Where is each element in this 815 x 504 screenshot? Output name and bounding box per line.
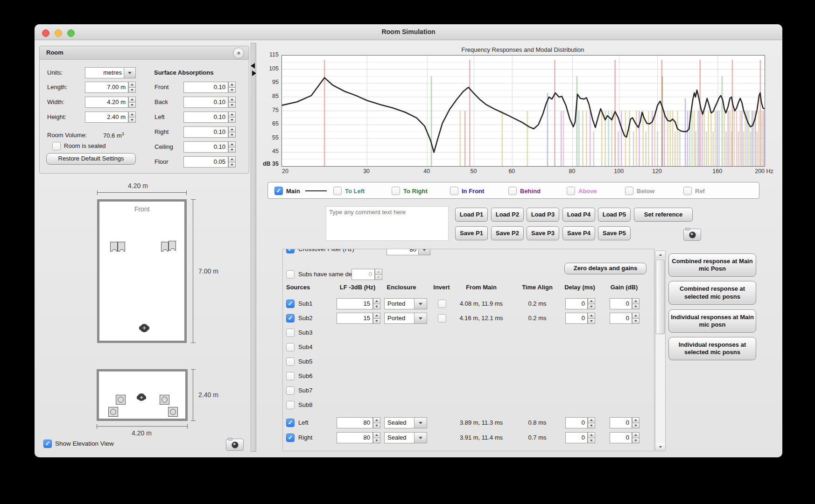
surface-front-stepper[interactable] xyxy=(228,82,236,93)
individual-responses-selected-button[interactable]: Individual responses at selected mic pos… xyxy=(668,337,756,360)
left-gain-field[interactable]: 0 xyxy=(610,417,632,428)
same-delay-checkbox[interactable] xyxy=(286,270,295,279)
left-enclosure-dropdown[interactable]: Sealed xyxy=(384,417,415,428)
load-p5-button[interactable]: Load P5 xyxy=(598,208,631,222)
set-reference-button[interactable]: Set reference xyxy=(634,208,693,222)
surface-floor-field[interactable]: 0.05 xyxy=(183,156,228,168)
right-checkbox[interactable] xyxy=(286,434,295,442)
units-dropdown-button[interactable] xyxy=(124,67,136,78)
comment-input[interactable] xyxy=(326,206,449,241)
right-delay-field[interactable]: 0 xyxy=(565,432,588,443)
restore-defaults-button[interactable]: Restore Default Settings xyxy=(46,153,136,165)
sub-config-scroll-panel[interactable]: Crossover Filter (Hz) 80 Subs have same … xyxy=(282,249,654,451)
load-p3-button[interactable]: Load P3 xyxy=(527,208,559,222)
chart-plot-area[interactable] xyxy=(282,56,765,166)
sub1-lf-field[interactable]: 15 xyxy=(337,298,373,309)
length-stepper[interactable] xyxy=(128,82,136,93)
save-p3-button[interactable]: Save P3 xyxy=(527,226,559,240)
sub1-gain-stepper[interactable] xyxy=(632,298,639,309)
sub1-checkbox[interactable] xyxy=(286,300,295,308)
surface-back-field[interactable]: 0.10 xyxy=(183,97,228,108)
legend-checkbox-to-left[interactable] xyxy=(333,187,342,195)
elevation-right-speaker-icon[interactable] xyxy=(160,395,169,405)
sub1-gain-field[interactable]: 0 xyxy=(610,298,632,309)
load-p4-button[interactable]: Load P4 xyxy=(562,208,595,222)
sub1-enclosure-dropdown[interactable]: Ported xyxy=(384,298,415,309)
save-p5-button[interactable]: Save P5 xyxy=(598,226,631,240)
combined-response-main-button[interactable]: Combined response at Main mic Posn xyxy=(668,253,756,277)
sub-panel-scrollbar[interactable] xyxy=(655,251,666,451)
right-enclosure-dropdown-button[interactable] xyxy=(414,432,427,443)
load-p1-button[interactable]: Load P1 xyxy=(455,208,488,222)
chart-camera-capture-icon[interactable] xyxy=(683,229,701,241)
right-lf-field[interactable]: 80 xyxy=(337,432,373,443)
scrollbar-down-arrow[interactable] xyxy=(655,443,665,451)
surface-ceiling-stepper[interactable] xyxy=(228,141,236,153)
sub2-invert-checkbox[interactable] xyxy=(438,314,446,322)
save-p2-button[interactable]: Save P2 xyxy=(491,226,524,240)
sub2-lf-field[interactable]: 15 xyxy=(337,313,373,324)
crossover-filter-checkbox[interactable] xyxy=(286,249,295,253)
sub2-delay-field[interactable]: 0 xyxy=(565,313,588,324)
right-delay-stepper[interactable] xyxy=(588,432,595,443)
legend-checkbox-behind[interactable] xyxy=(508,187,517,195)
zero-delays-gains-button[interactable]: Zero delays and gains xyxy=(564,263,646,274)
surface-back-stepper[interactable] xyxy=(228,97,236,108)
crossover-filter-dropdown[interactable]: 80 xyxy=(386,249,419,255)
plan-view-room[interactable]: Front xyxy=(97,199,187,343)
panel-splitter[interactable] xyxy=(251,43,256,452)
combined-response-selected-button[interactable]: Combined response at selected mic posns xyxy=(668,281,756,305)
sub2-gain-field[interactable]: 0 xyxy=(610,313,632,324)
width-stepper[interactable] xyxy=(128,97,136,108)
sub5-checkbox[interactable] xyxy=(286,357,295,366)
legend-item-to-left[interactable]: To Left xyxy=(333,187,365,195)
camera-capture-icon[interactable] xyxy=(226,439,244,451)
scrollbar-up-arrow[interactable] xyxy=(655,251,665,259)
sub2-enclosure-dropdown[interactable]: Ported xyxy=(384,313,415,324)
sub1-lf-stepper[interactable] xyxy=(373,298,380,309)
sub1-delay-field[interactable]: 0 xyxy=(565,298,588,309)
left-gain-stepper[interactable] xyxy=(632,417,639,428)
surface-ceiling-field[interactable]: 0.10 xyxy=(183,141,228,153)
legend-item-in-front[interactable]: In Front xyxy=(450,187,484,195)
show-elevation-checkbox[interactable] xyxy=(43,440,52,448)
sub2-delay-stepper[interactable] xyxy=(588,313,595,324)
right-gain-stepper[interactable] xyxy=(632,432,639,443)
elevation-right-sub-icon[interactable] xyxy=(168,407,178,417)
scrollbar-thumb[interactable] xyxy=(656,259,665,334)
legend-checkbox-main[interactable] xyxy=(274,187,283,195)
right-gain-field[interactable]: 0 xyxy=(610,432,632,443)
legend-item-to-right[interactable]: To Right xyxy=(392,187,428,195)
legend-item-ref[interactable]: Ref xyxy=(683,187,705,195)
surface-left-field[interactable]: 0.10 xyxy=(183,112,228,123)
sub2-gain-stepper[interactable] xyxy=(632,313,639,324)
save-p1-button[interactable]: Save P1 xyxy=(455,226,488,240)
load-p2-button[interactable]: Load P2 xyxy=(491,208,524,222)
right-speaker-pair-icon[interactable] xyxy=(161,242,176,252)
legend-checkbox-to-right[interactable] xyxy=(392,187,400,195)
splitter-collapse-left-icon[interactable] xyxy=(251,63,255,69)
length-field[interactable]: 7.00 m xyxy=(85,82,128,93)
surface-right-field[interactable]: 0.10 xyxy=(183,126,228,138)
legend-item-main[interactable]: Main xyxy=(274,187,327,195)
left-delay-stepper[interactable] xyxy=(588,417,595,428)
sub2-checkbox[interactable] xyxy=(286,314,295,322)
legend-checkbox-below[interactable] xyxy=(625,187,633,195)
individual-responses-main-button[interactable]: Individual responses at Main mic posn xyxy=(668,309,756,333)
listener-icon[interactable] xyxy=(140,324,148,332)
sub8-checkbox[interactable] xyxy=(286,401,295,409)
legend-checkbox-ref[interactable] xyxy=(683,187,692,195)
left-delay-field[interactable]: 0 xyxy=(565,417,588,428)
elevation-view-room[interactable] xyxy=(97,369,188,421)
left-lf-field[interactable]: 80 xyxy=(337,417,373,428)
sub1-enclosure-dropdown-button[interactable] xyxy=(414,298,427,309)
collapse-chevron-icon[interactable]: » xyxy=(233,48,244,59)
room-sealed-checkbox[interactable] xyxy=(52,142,61,150)
legend-item-behind[interactable]: Behind xyxy=(508,187,541,195)
width-field[interactable]: 4.20 m xyxy=(85,97,128,108)
sub1-delay-stepper[interactable] xyxy=(588,298,595,309)
left-speaker-pair-icon[interactable] xyxy=(110,242,125,252)
surface-front-field[interactable]: 0.10 xyxy=(183,82,228,93)
elevation-left-speaker-icon[interactable] xyxy=(116,395,126,405)
crossover-dropdown-button[interactable] xyxy=(418,249,430,255)
